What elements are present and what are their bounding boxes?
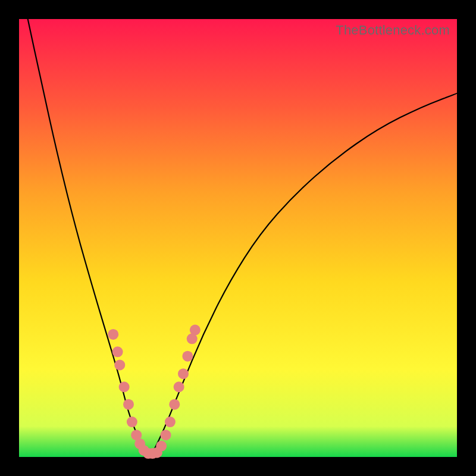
data-dot — [165, 416, 176, 427]
right-branch-path — [151, 93, 457, 457]
outer-frame: TheBottleneck.com — [0, 0, 476, 476]
chart-svg — [19, 19, 457, 457]
left-branch-path — [28, 19, 151, 457]
data-dot — [123, 399, 134, 410]
curve-group — [28, 19, 457, 457]
data-dot — [169, 399, 180, 410]
plot-area: TheBottleneck.com — [19, 19, 457, 457]
data-dot — [190, 325, 201, 336]
data-dot — [127, 416, 137, 427]
data-dot — [174, 381, 184, 392]
data-dot — [182, 351, 193, 362]
data-dot — [114, 359, 125, 370]
data-dot — [108, 329, 118, 340]
data-dot — [112, 346, 123, 357]
data-dot — [161, 430, 171, 440]
data-dot — [156, 441, 167, 452]
dots-group — [108, 325, 201, 459]
data-dot — [178, 368, 189, 379]
data-dot — [119, 381, 130, 392]
